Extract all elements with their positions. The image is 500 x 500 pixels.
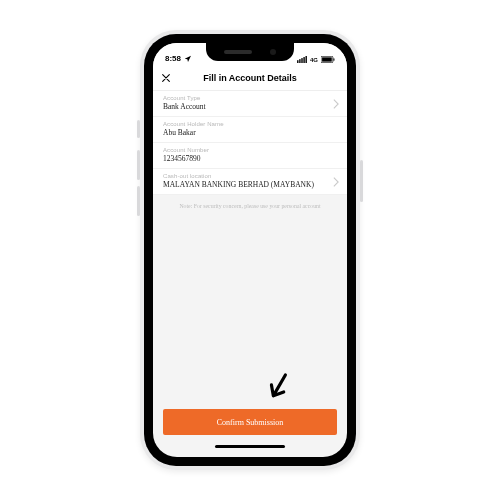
confirm-submission-button[interactable]: Confirm Submission [163,409,337,435]
pointer-arrow-icon [262,369,296,403]
value-cashout-location: MALAYAN BANKING BERHAD (MAYBANK) [163,180,337,189]
svg-rect-1 [299,59,300,63]
page-title: Fill in Account Details [153,73,347,83]
location-icon [184,55,192,63]
screen: 8:58 4G [153,43,347,457]
home-indicator-area [153,443,347,457]
phone-bezel: 8:58 4G [144,34,356,466]
security-note: Note: For security concern, please use y… [153,195,347,217]
svg-rect-7 [333,58,334,61]
value-account-number: 1234567890 [163,154,337,163]
network-label: 4G [310,57,318,63]
chevron-right-icon [333,177,339,187]
row-account-holder[interactable]: Account Holder Name Abu Bakar [153,117,347,143]
navbar: Fill in Account Details [153,65,347,91]
chevron-right-icon [333,99,339,109]
account-form: Account Type Bank Account Account Holder… [153,91,347,195]
value-account-holder: Abu Bakar [163,128,337,137]
power-button [360,160,363,202]
phone-frame: 8:58 4G [140,30,360,470]
close-button[interactable] [153,73,179,83]
svg-rect-6 [322,57,332,61]
front-camera [270,49,276,55]
mute-switch [137,120,140,138]
home-indicator[interactable] [215,445,285,448]
row-cashout-location[interactable]: Cash-out location MALAYAN BANKING BERHAD… [153,169,347,195]
label-cashout-location: Cash-out location [163,173,337,179]
row-account-type[interactable]: Account Type Bank Account [153,91,347,117]
label-account-type: Account Type [163,95,337,101]
value-account-type: Bank Account [163,102,337,111]
status-time: 8:58 [165,54,181,63]
battery-icon [321,56,335,63]
label-account-holder: Account Holder Name [163,121,337,127]
signal-icon [297,56,307,63]
svg-rect-3 [303,57,304,63]
notch [206,43,294,61]
confirm-label: Confirm Submission [217,418,283,427]
volume-down [137,186,140,216]
volume-up [137,150,140,180]
svg-rect-4 [305,56,306,63]
svg-rect-0 [297,60,298,63]
label-account-number: Account Number [163,147,337,153]
row-account-number[interactable]: Account Number 1234567890 [153,143,347,169]
close-icon [161,73,171,83]
svg-rect-2 [301,58,302,63]
speaker [224,50,252,54]
content-spacer [153,217,347,409]
